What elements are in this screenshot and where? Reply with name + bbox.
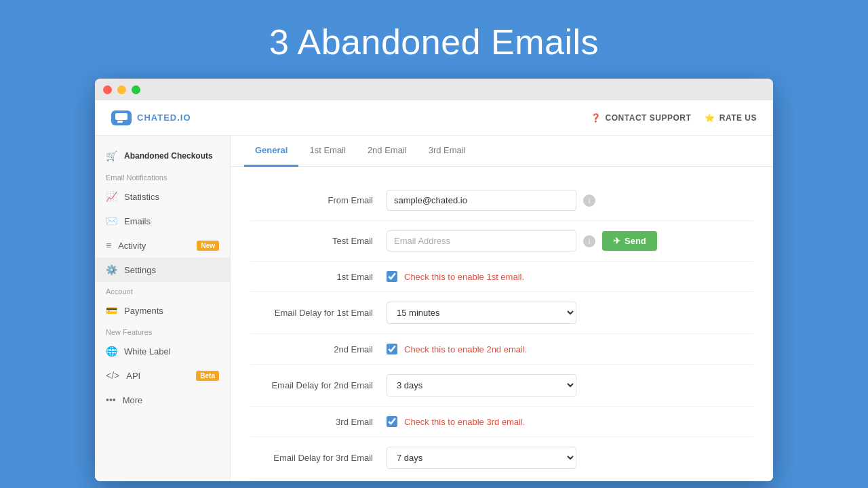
tabs-container: General 1st Email 2nd Email 3rd Email xyxy=(231,136,773,167)
new-features-label: New Features xyxy=(95,323,230,339)
svg-rect-1 xyxy=(117,121,123,123)
second-email-check-text: Check this to enable 2nd email. xyxy=(404,344,527,354)
rate-us-button[interactable]: ⭐ RATE US xyxy=(705,113,757,123)
third-email-check-text: Check this to enable 3rd email. xyxy=(404,417,525,427)
sidebar-label: Activity xyxy=(118,241,146,251)
sidebar-label: Emails xyxy=(124,216,151,226)
from-email-info-icon[interactable]: i xyxy=(583,195,595,207)
sidebar-item-settings[interactable]: ⚙️ Settings xyxy=(95,258,230,282)
settings-icon: ⚙️ xyxy=(106,264,117,275)
payments-icon: 💳 xyxy=(106,305,117,316)
sidebar-label: Settings xyxy=(124,265,156,275)
sidebar-item-payments[interactable]: 💳 Payments xyxy=(95,298,230,323)
svg-rect-0 xyxy=(115,113,127,120)
delay-3rd-label: Email Delay for 3rd Email xyxy=(251,453,387,463)
api-icon: </> xyxy=(106,370,119,381)
third-email-row: 3rd Email Check this to enable 3rd email… xyxy=(251,407,753,437)
content-area: General 1st Email 2nd Email 3rd Email Fr… xyxy=(231,136,773,481)
second-email-row: 2nd Email Check this to enable 2nd email… xyxy=(251,334,753,365)
tab-3rd-email[interactable]: 3rd Email xyxy=(418,136,477,167)
from-email-input[interactable] xyxy=(387,190,576,211)
first-email-label: 1st Email xyxy=(251,272,387,282)
sidebar-item-statistics[interactable]: 📈 Statistics xyxy=(95,184,230,209)
third-email-label: 3rd Email xyxy=(251,417,387,427)
sidebar-item-abandoned-checkouts[interactable]: 🛒 Abandoned Checkouts xyxy=(95,144,230,168)
sidebar-label: More xyxy=(123,395,143,405)
second-email-wrapper: Check this to enable 2nd email. xyxy=(387,344,527,354)
globe-icon: 🌐 xyxy=(106,346,117,357)
more-icon: ••• xyxy=(106,394,116,405)
delay-1st-label: Email Delay for 1st Email xyxy=(251,308,387,318)
delay-3rd-select[interactable]: 1 day 3 days 5 days 7 days 14 days xyxy=(387,447,576,469)
sidebar-item-white-label[interactable]: 🌐 White Label xyxy=(95,339,230,363)
cart-icon: 🛒 xyxy=(106,150,117,161)
first-email-wrapper: Check this to enable 1st email. xyxy=(387,271,524,282)
send-icon: ✈ xyxy=(613,236,620,246)
activity-icon: ≡ xyxy=(106,240,111,251)
test-email-label: Test Email xyxy=(251,236,387,246)
first-email-row: 1st Email Check this to enable 1st email… xyxy=(251,262,753,292)
delay-1st-row: Email Delay for 1st Email 15 minutes 30 … xyxy=(251,292,753,334)
app-container: CHATED.IO ❓ CONTACT SUPPORT ⭐ RATE US 🛒 … xyxy=(95,100,773,481)
sidebar: 🛒 Abandoned Checkouts Email Notification… xyxy=(95,136,231,481)
logo-icon xyxy=(111,110,132,125)
main-content: 🛒 Abandoned Checkouts Email Notification… xyxy=(95,136,773,481)
app-header: CHATED.IO ❓ CONTACT SUPPORT ⭐ RATE US xyxy=(95,100,773,136)
from-email-row: From Email i xyxy=(251,180,753,221)
minimize-button[interactable] xyxy=(117,85,126,94)
question-icon: ❓ xyxy=(591,113,601,123)
titlebar xyxy=(95,79,773,100)
logo-text: CHATED.IO xyxy=(137,113,191,123)
sidebar-item-emails[interactable]: ✉️ Emails xyxy=(95,209,230,233)
sidebar-item-api[interactable]: </> API Beta xyxy=(95,363,230,388)
tab-1st-email[interactable]: 1st Email xyxy=(298,136,356,167)
statistics-icon: 📈 xyxy=(106,191,117,202)
second-email-checkbox[interactable] xyxy=(387,344,397,354)
tab-2nd-email[interactable]: 2nd Email xyxy=(357,136,418,167)
test-email-input[interactable] xyxy=(387,230,576,251)
third-email-checkbox[interactable] xyxy=(387,416,397,427)
sidebar-item-more[interactable]: ••• More xyxy=(95,388,230,412)
email-notifications-label: Email Notifications xyxy=(95,168,230,184)
sidebar-label: Statistics xyxy=(124,192,159,202)
send-button[interactable]: ✈ Send xyxy=(602,231,657,251)
sidebar-label: Abandoned Checkouts xyxy=(124,151,213,161)
star-icon: ⭐ xyxy=(705,113,715,123)
second-email-label: 2nd Email xyxy=(251,344,387,354)
contact-support-button[interactable]: ❓ CONTACT SUPPORT xyxy=(591,113,691,123)
first-email-check-text: Check this to enable 1st email. xyxy=(404,272,524,282)
first-email-checkbox[interactable] xyxy=(387,271,397,282)
delay-2nd-row: Email Delay for 2nd Email 1 day 2 days 3… xyxy=(251,365,753,407)
tab-general[interactable]: General xyxy=(244,136,298,167)
from-email-label: From Email xyxy=(251,195,387,205)
maximize-button[interactable] xyxy=(132,85,140,94)
form-area: From Email i Test Email i ✈ Send xyxy=(231,167,773,481)
logo-area: CHATED.IO xyxy=(111,110,191,125)
delay-1st-select[interactable]: 15 minutes 30 minutes 1 hour 2 hours xyxy=(387,302,576,324)
close-button[interactable] xyxy=(103,85,112,94)
sidebar-item-activity[interactable]: ≡ Activity New xyxy=(95,233,230,258)
activity-new-badge: New xyxy=(197,241,219,251)
delay-3rd-row: Email Delay for 3rd Email 1 day 3 days 5… xyxy=(251,437,753,479)
test-email-info-icon[interactable]: i xyxy=(583,235,595,247)
header-actions: ❓ CONTACT SUPPORT ⭐ RATE US xyxy=(591,113,757,123)
sidebar-label: Payments xyxy=(124,306,163,316)
delay-2nd-select[interactable]: 1 day 2 days 3 days 5 days 7 days xyxy=(387,374,576,396)
test-email-row: Test Email i ✈ Send xyxy=(251,221,753,262)
delay-2nd-label: Email Delay for 2nd Email xyxy=(251,380,387,390)
sidebar-label: White Label xyxy=(124,346,171,357)
page-title: 3 Abandoned Emails xyxy=(269,0,599,79)
app-window: CHATED.IO ❓ CONTACT SUPPORT ⭐ RATE US 🛒 … xyxy=(95,79,773,481)
third-email-wrapper: Check this to enable 3rd email. xyxy=(387,416,525,427)
emails-icon: ✉️ xyxy=(106,216,117,226)
sidebar-label: API xyxy=(126,371,140,381)
api-beta-badge: Beta xyxy=(196,371,219,381)
account-label: Account xyxy=(95,282,230,298)
